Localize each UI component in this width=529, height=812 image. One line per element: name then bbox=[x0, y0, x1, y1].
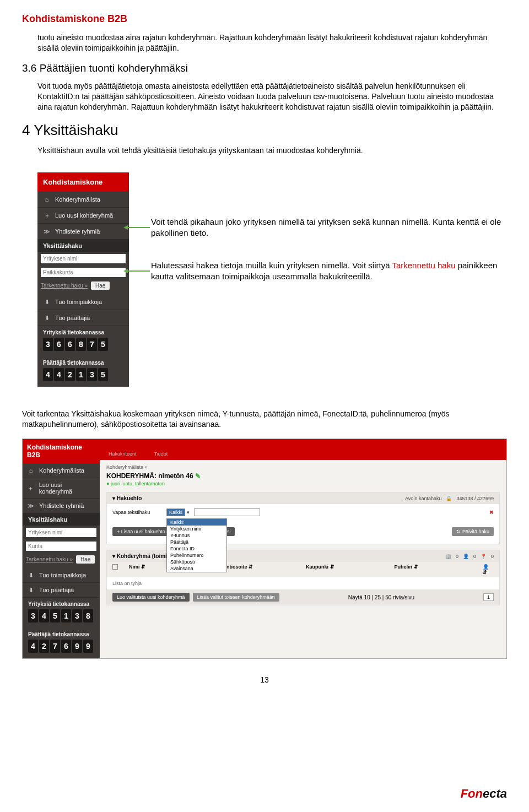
stat-icon: 👤 bbox=[463, 554, 469, 559]
sidebar-widget: Kohdistamiskone ⌂ Kohderyhmälista ＋ Luo … bbox=[37, 172, 129, 387]
import-icon: ⬇ bbox=[43, 298, 51, 306]
sidebar-item-luo-uusi[interactable]: ＋Luo uusi kohderyhmä bbox=[23, 478, 100, 499]
filter-type-dropdown[interactable]: Kaikki ▾ Kaikki Yrityksen nimi Y-tunnus … bbox=[166, 510, 190, 515]
main-tabs-bar: Hakukriteerit Tiedot bbox=[100, 439, 506, 460]
dropdown-option[interactable]: Päättäjä bbox=[167, 539, 226, 545]
dropdown-list[interactable]: Kaikki Yrityksen nimi Y-tunnus Päättäjä … bbox=[166, 518, 227, 572]
add-criterion-button[interactable]: + Lisää uusi hakuehto bbox=[112, 527, 170, 536]
status-text: ● juuri luotu, tallentamaton bbox=[106, 481, 500, 486]
counter2: 4 2 7 6 9 9 bbox=[28, 640, 94, 653]
digit: 3 bbox=[72, 609, 82, 622]
breadcrumb[interactable]: Kohderyhmälista » bbox=[106, 464, 500, 470]
dropdown-option[interactable]: Avainsana bbox=[167, 565, 226, 572]
doc-title: Kohdistamiskone B2B bbox=[22, 13, 507, 25]
advanced-search-link[interactable]: Tarkennettu haku » bbox=[26, 556, 73, 562]
stat-icon: 📍 bbox=[481, 554, 487, 559]
paragraph-2: Voit tuoda myös päättäjätietoja omasta a… bbox=[37, 81, 507, 112]
paragraph-3: Yksittäishaun avulla voit tehdä yksittäi… bbox=[37, 145, 507, 156]
section-4-heading: 4 Yksittäishaku bbox=[22, 122, 507, 139]
create-from-selection-button[interactable]: Luo valituista uusi kohderyhmä bbox=[112, 593, 190, 602]
filter-value-input[interactable] bbox=[194, 508, 260, 516]
digit: 8 bbox=[76, 338, 86, 351]
sidebar-item-tuo-paattajia[interactable]: ⬇Tuo päättäjiä bbox=[23, 583, 100, 598]
sidebar-item-label: Luo uusi kohderyhmä bbox=[39, 481, 95, 495]
sidebar-item-label: Tuo päättäjiä bbox=[55, 315, 90, 321]
page-number: 13 bbox=[22, 675, 507, 684]
dropdown-selected: Kaikki bbox=[166, 508, 185, 516]
search-button[interactable]: Hae bbox=[91, 282, 110, 290]
panel-title: ▾ Hakuehto bbox=[112, 495, 142, 501]
stat-value: 0 bbox=[491, 554, 494, 559]
paging-label[interactable]: Näytä 10 | 25 | 50 riviä/sivu bbox=[348, 594, 414, 600]
search-button[interactable]: Hae bbox=[76, 555, 95, 564]
callout-text-a: Halutessasi hakea tietoja muilla kuin yr… bbox=[151, 261, 392, 270]
svg-marker-1 bbox=[123, 225, 128, 230]
lock-icon: 🔒 bbox=[446, 496, 452, 501]
callout-1: Voit tehdä pikahaun joko yrityksen nimel… bbox=[151, 216, 507, 238]
sidebar-item-tuo-toimipaikkoja[interactable]: ⬇ Tuo toimipaikkoja bbox=[37, 294, 129, 310]
fonecta-logo: Fonecta bbox=[461, 787, 507, 801]
digit: 2 bbox=[65, 368, 75, 381]
hakuehto-panel: ▾ Hakuehto Avoin kantahaku 🔒 345138 / 42… bbox=[106, 492, 500, 544]
remove-row-button[interactable]: ✖ bbox=[489, 510, 494, 515]
locality-input[interactable] bbox=[26, 542, 96, 551]
import-icon: ⬇ bbox=[27, 586, 35, 594]
digit: 3 bbox=[87, 368, 97, 381]
sidebar-item-luo-uusi[interactable]: ＋ Luo uusi kohderyhmä bbox=[37, 208, 129, 224]
refresh-search-button[interactable]: ↻ Päivitä haku bbox=[452, 527, 494, 536]
sidebar-item-label: Kohderyhmälista bbox=[39, 467, 84, 474]
stat-icon: 🏢 bbox=[445, 554, 451, 559]
status-icon: ✎ bbox=[195, 472, 201, 480]
counter1: 3 6 6 8 7 5 bbox=[43, 338, 123, 351]
stat-value: 0 bbox=[473, 554, 476, 559]
company-name-input[interactable] bbox=[26, 528, 96, 537]
callout-2: Halutessasi hakea tietoja muilla kuin yr… bbox=[151, 260, 507, 282]
dropdown-option[interactable]: Yrityksen nimi bbox=[167, 526, 226, 532]
dropdown-option[interactable]: Y-tunnus bbox=[167, 532, 226, 539]
counter2: 4 4 2 1 3 5 bbox=[43, 368, 123, 381]
add-to-group-button[interactable]: Lisää valitut toiseen kohderyhmään bbox=[193, 593, 279, 602]
locality-input[interactable] bbox=[41, 268, 126, 277]
sidebar-item-yhdistele[interactable]: ≫ Yhdistele ryhmiä bbox=[37, 224, 129, 240]
digit: 8 bbox=[83, 609, 93, 622]
sidebar-item-kohderyhmalista[interactable]: ⌂ Kohderyhmälista bbox=[37, 192, 129, 208]
column-header[interactable]: Kaupunki ⇵ bbox=[306, 564, 384, 575]
sidebar-header: Kohdistamiskone bbox=[37, 172, 129, 192]
avoin-kanta-label: Avoin kantahaku bbox=[405, 496, 441, 501]
app-header: Kohdistamiskone B2B bbox=[23, 439, 100, 463]
callout-link: Tarkennettu haku bbox=[392, 261, 455, 270]
counter2-label: Päättäjiä tietokannassa bbox=[43, 360, 123, 366]
import-icon: ⬇ bbox=[43, 314, 51, 322]
sidebar-item-yhdistele[interactable]: ≫Yhdistele ryhmiä bbox=[23, 499, 100, 513]
column-header[interactable]: Käyntiosoite ⇵ bbox=[218, 564, 295, 575]
digit: 3 bbox=[43, 338, 53, 351]
sidebar-item-label: Yhdistele ryhmiä bbox=[39, 502, 84, 509]
merge-icon: ≫ bbox=[43, 228, 51, 235]
page-number-box[interactable]: 1 bbox=[483, 593, 494, 601]
dropdown-option[interactable]: Fonecta ID bbox=[167, 545, 226, 552]
sidebar-item-kohderyhmalista[interactable]: ⌂Kohderyhmälista bbox=[23, 463, 100, 478]
digit: 2 bbox=[39, 640, 49, 653]
digit: 4 bbox=[28, 640, 38, 653]
tab-tiedot[interactable]: Tiedot bbox=[145, 448, 177, 460]
digit: 7 bbox=[87, 338, 97, 351]
digit: 3 bbox=[28, 609, 38, 622]
select-all-checkbox[interactable] bbox=[112, 564, 118, 570]
sidebar-item-tuo-paattajia[interactable]: ⬇ Tuo päättäjiä bbox=[37, 310, 129, 326]
company-name-input[interactable] bbox=[41, 254, 126, 263]
title-text: KOHDERYHMÄ: nimetön 46 bbox=[106, 472, 193, 480]
digit: 1 bbox=[76, 368, 86, 381]
sidebar-item-tuo-toimipaikkoja[interactable]: ⬇Tuo toimipaikkoja bbox=[23, 568, 100, 583]
column-header[interactable]: Puhelin ⇵ bbox=[395, 564, 472, 575]
stat-value: 0 bbox=[456, 554, 458, 559]
digit: 4 bbox=[54, 368, 64, 381]
svg-marker-3 bbox=[123, 269, 128, 273]
tab-hakukriteerit[interactable]: Hakukriteerit bbox=[100, 448, 145, 460]
dropdown-option[interactable]: Puhelinnumero bbox=[167, 552, 226, 559]
digit: 6 bbox=[65, 338, 75, 351]
digit: 7 bbox=[50, 640, 60, 653]
dropdown-option[interactable]: Kaikki bbox=[167, 519, 226, 526]
advanced-search-link[interactable]: Tarkennettu haku » bbox=[41, 283, 88, 289]
avoin-kanta-value: 345138 / 427699 bbox=[456, 496, 494, 501]
dropdown-option[interactable]: Sähköposti bbox=[167, 559, 226, 565]
